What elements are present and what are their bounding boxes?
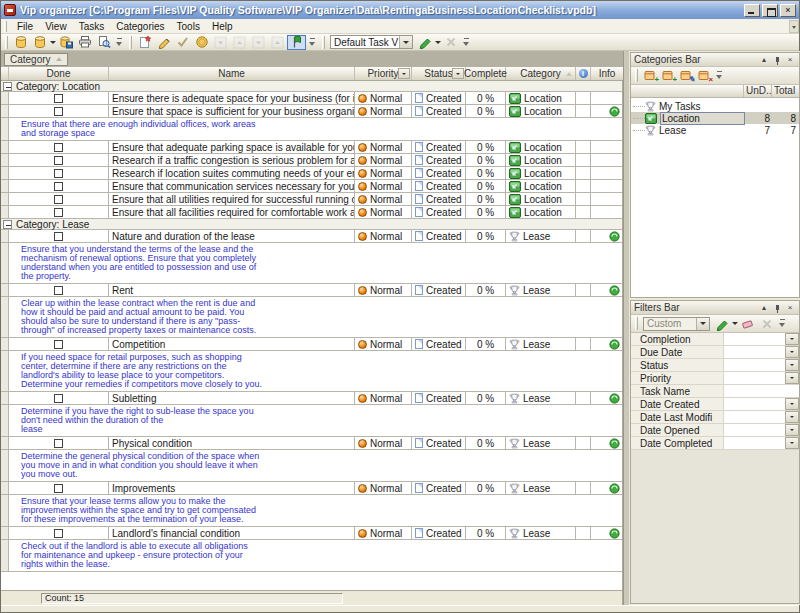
task-row[interactable]: Ensure that all utilities required for s… (1, 193, 622, 206)
filter-preset-combo[interactable]: Custom (643, 317, 710, 331)
filter-value-field[interactable] (723, 411, 785, 423)
filter-dropdown-button[interactable] (785, 424, 799, 436)
column-header-done[interactable]: Done (9, 67, 109, 80)
filter-value-field[interactable] (723, 359, 785, 371)
task-row[interactable]: Ensure that all facilities required for … (1, 206, 622, 219)
close-button[interactable]: × (780, 4, 796, 17)
menu-tasks[interactable]: Tasks (73, 20, 111, 33)
task-checkbox[interactable] (54, 439, 63, 448)
task-checkbox[interactable] (54, 529, 63, 538)
filter-value-field[interactable] (723, 385, 799, 397)
move-up-button[interactable] (230, 35, 249, 50)
complete-task-button[interactable] (173, 35, 192, 50)
menu-help[interactable]: Help (206, 20, 239, 33)
filter-value-field[interactable] (723, 372, 785, 384)
customize-view-button[interactable] (415, 35, 434, 50)
task-row[interactable]: Ensure that space is sufficient for your… (1, 105, 622, 118)
column-header-category[interactable]: Category (506, 67, 576, 80)
filter-dropdown-button[interactable] (785, 398, 799, 410)
task-row[interactable]: ImprovementsNormalCreated0 %Lease (1, 482, 622, 495)
add-category-button[interactable]: + (641, 68, 659, 83)
task-checkbox[interactable] (54, 208, 63, 217)
task-checkbox[interactable] (54, 107, 63, 116)
task-row[interactable]: RentNormalCreated0 %Lease (1, 284, 622, 297)
toolbar-drag-handle[interactable] (322, 36, 325, 49)
new-database-button[interactable] (11, 35, 30, 50)
filters-collapse-button[interactable]: ▴ (758, 302, 770, 313)
filter-value-field[interactable] (723, 424, 785, 436)
close-filter-button[interactable] (757, 316, 776, 331)
task-row[interactable]: Physical conditionNormalCreated0 %Lease (1, 437, 622, 450)
task-checkbox[interactable] (54, 232, 63, 241)
print-button[interactable] (75, 35, 94, 50)
task-checkbox[interactable] (54, 286, 63, 295)
group-row[interactable]: Category: Location (1, 81, 622, 92)
column-header-info[interactable]: Info (591, 67, 623, 80)
toolbar-overflow-button[interactable] (715, 68, 724, 83)
task-row[interactable]: Ensure there is adequate space for your … (1, 92, 622, 105)
group-by-category-tab[interactable]: Category (4, 53, 68, 66)
toolbar-drag-handle[interactable] (635, 69, 638, 82)
column-header-undone[interactable]: UnD... (743, 85, 771, 97)
task-view-combo[interactable]: Default Task V (330, 35, 413, 49)
toolbar-drag-handle[interactable] (635, 317, 638, 330)
column-header-notes[interactable] (576, 67, 591, 80)
task-checkbox[interactable] (54, 340, 63, 349)
category-tree-item-location[interactable]: Location88 (631, 112, 799, 124)
toolbar-drag-handle[interactable] (129, 36, 132, 49)
task-row[interactable]: Research if a traffic congestion is seri… (1, 154, 622, 167)
menu-categories[interactable]: Categories (110, 20, 170, 33)
collapse-task-button[interactable] (268, 35, 287, 50)
menu-file[interactable]: File (11, 20, 39, 33)
toolbar-overflow-button[interactable] (308, 35, 317, 50)
filter-value-field[interactable] (723, 398, 785, 410)
customize-view-dropdown-button[interactable] (434, 35, 441, 50)
filters-pin-button[interactable] (771, 302, 783, 313)
column-header-total[interactable]: Total (771, 85, 799, 97)
open-database-button[interactable] (30, 35, 49, 50)
filter-value-field[interactable] (723, 333, 785, 345)
clear-filter-button[interactable] (738, 316, 757, 331)
edit-task-button[interactable] (154, 35, 173, 50)
filter-dropdown-button[interactable] (785, 411, 799, 423)
menu-overflow-button[interactable] (789, 20, 799, 33)
new-task-button[interactable] (135, 35, 154, 50)
task-checkbox[interactable] (54, 484, 63, 493)
task-checkbox[interactable] (54, 195, 63, 204)
filter-value-field[interactable] (723, 346, 785, 358)
category-tree-item-my-tasks[interactable]: My Tasks (631, 100, 799, 112)
filter-dropdown-button[interactable] (785, 437, 799, 449)
filter-dropdown-button[interactable] (785, 333, 799, 345)
minimize-button[interactable] (744, 4, 760, 17)
categories-pin-button[interactable] (771, 54, 783, 65)
filter-dropdown-button[interactable] (785, 359, 799, 371)
toolbar-drag-handle[interactable] (5, 36, 8, 49)
filter-value-field[interactable] (723, 437, 785, 449)
task-checkbox[interactable] (54, 143, 63, 152)
filter-preset-dropdown-button[interactable] (696, 318, 709, 330)
priority-filter-button[interactable] (398, 68, 410, 79)
menu-drag-handle[interactable] (4, 21, 7, 32)
status-filter-button[interactable] (452, 68, 464, 79)
filters-close-button[interactable]: × (784, 302, 796, 313)
task-checkbox[interactable] (54, 156, 63, 165)
open-database-dropdown-button[interactable] (49, 35, 56, 50)
toolbar-overflow-button[interactable] (462, 35, 471, 50)
menu-tools[interactable]: Tools (171, 20, 206, 33)
edit-category-button[interactable]: ✎ (677, 68, 695, 83)
column-header-priority[interactable]: Priority (355, 67, 412, 80)
column-header-complete[interactable]: Complete (466, 67, 506, 80)
collapse-group-button[interactable] (3, 220, 12, 229)
categories-close-button[interactable]: × (784, 54, 796, 65)
categories-collapse-button[interactable]: ▴ (758, 54, 770, 65)
task-row[interactable]: SublettingNormalCreated0 %Lease (1, 392, 622, 405)
apply-filter-button[interactable] (712, 316, 731, 331)
filter-dropdown-button[interactable] (785, 346, 799, 358)
save-database-button[interactable] (56, 35, 75, 50)
delete-category-button[interactable]: × (695, 68, 713, 83)
category-tree-item-lease[interactable]: Lease77 (631, 124, 799, 136)
expand-task-button[interactable] (249, 35, 268, 50)
task-row[interactable]: Landlord's financial conditionNormalCrea… (1, 527, 622, 540)
toolbar-overflow-button[interactable] (778, 316, 787, 331)
menu-view[interactable]: View (39, 20, 73, 33)
